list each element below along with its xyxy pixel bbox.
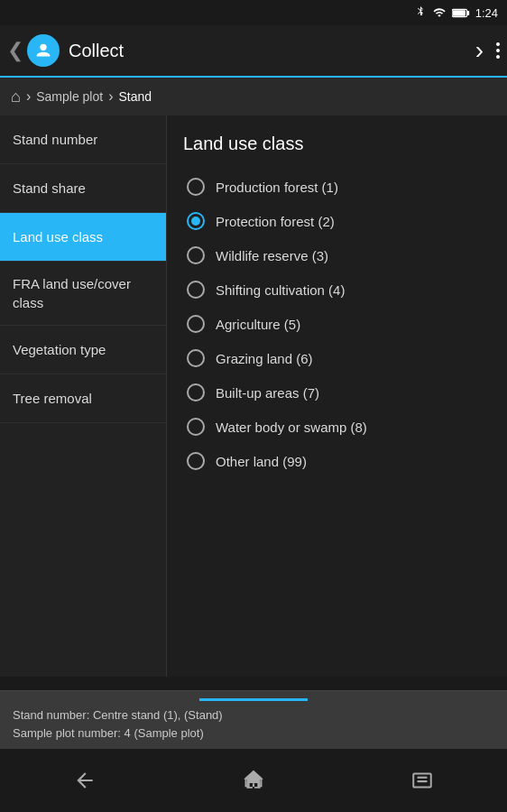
radio-item-other-land[interactable]: Other land (99) <box>183 445 491 477</box>
info-line-2: Sample plot number: 4 (Sample plot) <box>13 724 494 743</box>
radio-label-other-land: Other land (99) <box>216 454 307 469</box>
breadcrumb-separator-1: › <box>26 88 31 105</box>
radio-label-wildlife-reserve: Wildlife reserve (3) <box>216 248 328 263</box>
info-bar: Stand number: Centre stand (1), (Stand) … <box>0 690 507 749</box>
svg-rect-2 <box>453 10 466 16</box>
scroll-indicator <box>199 698 308 701</box>
home-icon[interactable]: ⌂ <box>11 88 21 106</box>
radio-label-production-forest: Production forest (1) <box>216 180 338 195</box>
radio-item-built-up-areas[interactable]: Built-up areas (7) <box>183 376 491 409</box>
content-area: Land use class Production forest (1)Prot… <box>167 115 507 677</box>
radio-item-grazing-land[interactable]: Grazing land (6) <box>183 342 491 374</box>
radio-circle-other-land <box>187 452 205 470</box>
breadcrumb-sample-plot[interactable]: Sample plot <box>36 89 103 104</box>
app-icon <box>27 34 60 67</box>
app-bar: ❮ Collect › <box>0 25 507 78</box>
radio-item-water-body[interactable]: Water body or swamp (8) <box>183 411 491 443</box>
radio-item-wildlife-reserve[interactable]: Wildlife reserve (3) <box>183 239 491 272</box>
radio-label-agriculture: Agriculture (5) <box>216 317 300 332</box>
back-icon <box>73 769 97 792</box>
bluetooth-icon <box>414 6 427 19</box>
radio-circle-production-forest <box>187 178 205 196</box>
radio-label-protection-forest: Protection forest (2) <box>216 214 335 229</box>
radio-item-shifting-cultivation[interactable]: Shifting cultivation (4) <box>183 273 491 306</box>
breadcrumb-current: Stand <box>118 89 152 104</box>
sidebar-item-tree-removal[interactable]: Tree removal <box>0 374 166 423</box>
back-chevron[interactable]: ❮ <box>7 39 23 62</box>
radio-group: Production forest (1)Protection forest (… <box>183 171 491 477</box>
battery-icon <box>452 7 470 19</box>
radio-circle-water-body <box>187 418 205 436</box>
more-menu-button[interactable] <box>496 42 500 59</box>
radio-item-protection-forest[interactable]: Protection forest (2) <box>183 205 491 237</box>
forward-button[interactable]: › <box>475 36 484 65</box>
wifi-icon <box>432 6 447 19</box>
svg-rect-5 <box>418 777 428 779</box>
sidebar: Stand number Stand share Land use class … <box>0 115 167 677</box>
app-title: Collect <box>69 41 475 61</box>
sidebar-item-land-use-class[interactable]: Land use class <box>0 213 166 262</box>
svg-rect-1 <box>466 11 469 15</box>
radio-circle-shifting-cultivation <box>187 281 205 299</box>
back-nav-button[interactable] <box>51 760 118 801</box>
home-nav-button[interactable] <box>220 760 287 801</box>
radio-label-shifting-cultivation: Shifting cultivation (4) <box>216 282 345 298</box>
main-area: Stand number Stand share Land use class … <box>0 115 507 677</box>
breadcrumb: ⌂ › Sample plot › Stand <box>0 78 507 115</box>
radio-item-agriculture[interactable]: Agriculture (5) <box>183 308 491 340</box>
nav-bar <box>0 749 507 812</box>
app-bar-actions: › <box>475 36 500 65</box>
radio-circle-agriculture <box>187 315 205 333</box>
sidebar-item-vegetation-type[interactable]: Vegetation type <box>0 326 166 374</box>
time-display: 1:24 <box>475 6 498 20</box>
sidebar-item-stand-share[interactable]: Stand share <box>0 164 166 213</box>
section-title: Land use class <box>183 134 491 154</box>
svg-point-3 <box>40 44 46 51</box>
sidebar-item-fra-land-use[interactable]: FRA land use/cover class <box>0 262 166 326</box>
recent-nav-button[interactable] <box>389 760 456 801</box>
status-bar: 1:24 <box>0 0 507 25</box>
svg-rect-6 <box>418 780 428 782</box>
radio-label-grazing-land: Grazing land (6) <box>216 351 313 366</box>
radio-item-production-forest[interactable]: Production forest (1) <box>183 171 491 203</box>
radio-label-built-up-areas: Built-up areas (7) <box>216 385 319 401</box>
breadcrumb-separator-2: › <box>108 88 113 105</box>
info-line-1: Stand number: Centre stand (1), (Stand) <box>13 706 494 724</box>
sidebar-item-stand-number[interactable]: Stand number <box>0 115 166 164</box>
radio-circle-built-up-areas <box>187 383 205 401</box>
recent-icon <box>410 769 434 792</box>
radio-circle-protection-forest <box>187 212 205 230</box>
radio-label-water-body: Water body or swamp (8) <box>216 420 367 435</box>
radio-circle-wildlife-reserve <box>187 246 205 264</box>
radio-circle-grazing-land <box>187 349 205 367</box>
home-nav-icon <box>242 769 265 792</box>
